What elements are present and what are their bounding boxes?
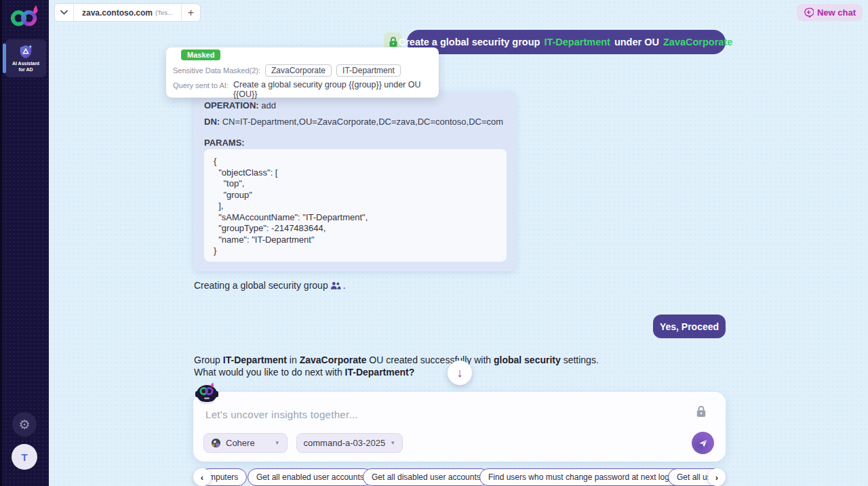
params-json: { "objectClass": [ "top", "group" ], "sA… [214, 156, 497, 257]
chevron-right-icon: › [715, 472, 718, 483]
params-line: PARAMS: [204, 138, 505, 148]
domain-tab-bar: zava.contoso.com (Tes... + [54, 3, 201, 22]
status-text-period: . [343, 280, 346, 291]
masked-data-row: Sensitive Data Masked(2): ZavaCorporate … [173, 64, 401, 77]
params-json-box: { "objectClass": [ "top", "group" ], "sA… [204, 149, 507, 262]
result-entity: IT-Department? [345, 367, 415, 378]
suggestion-label: Get all enabled user accounts [256, 472, 364, 482]
result-text: in [287, 355, 300, 365]
entity-ou-name: ZavaCorporate [663, 37, 732, 47]
lock-icon [389, 37, 398, 47]
masked-value-chip: IT-Department [336, 64, 401, 77]
model-selector-row: Cohere ▼ command-a-03-2025 ▼ [203, 433, 403, 453]
suggestion-chips-row: mputers Get all enabled user accounts Ge… [193, 468, 726, 486]
suggestion-chip[interactable]: Get all disabled user accounts [363, 468, 490, 486]
app-window: AI Assistant for AD ⚙ T zava.contoso.com… [0, 0, 868, 486]
plus-icon: + [188, 7, 194, 19]
chevron-down-icon: ▼ [275, 440, 280, 446]
suggestion-label: Get all disabled user accounts [372, 472, 481, 482]
chevron-left-icon: ‹ [201, 472, 203, 483]
operation-line: OPERATION: add [204, 100, 505, 110]
avatar-letter: T [21, 451, 27, 463]
send-icon [698, 438, 709, 449]
masked-badge: Masked [181, 49, 220, 60]
operation-label: OPERATION: [204, 100, 259, 110]
cohere-logo-icon [211, 438, 221, 448]
masked-value-chip: ZavaCorporate [265, 64, 332, 77]
sidebar-item-ai-assistant[interactable]: AI Assistant for AD [5, 39, 46, 77]
result-entity: ZavaCorporate [300, 355, 367, 365]
user-message-bubble: Create a global security group IT-Depart… [407, 30, 726, 54]
scroll-to-bottom-button[interactable]: ↓ [448, 361, 472, 385]
assistant-result-message: Group IT-Department in ZavaCorporate OU … [194, 355, 628, 378]
model-name: command-a-03-2025 [304, 438, 386, 448]
user-avatar[interactable]: T [12, 444, 37, 470]
params-label: PARAMS: [204, 138, 245, 148]
arrow-down-icon: ↓ [457, 366, 463, 380]
assistant-bot-avatar [195, 382, 219, 408]
proceed-button[interactable]: Yes, Proceed [653, 315, 726, 338]
result-text: OU created successfully with [366, 355, 494, 365]
domain-name: zava.contoso.com [82, 8, 153, 18]
sidebar-item-label: AI Assistant for AD [12, 60, 39, 73]
proceed-button-label: Yes, Proceed [660, 321, 719, 332]
result-entity: global security [494, 355, 561, 365]
group-people-icon [330, 281, 341, 290]
dn-label: DN: [204, 117, 220, 127]
sidebar: AI Assistant for AD ⚙ T [0, 0, 49, 486]
result-text: What would you like to do next with [194, 367, 345, 378]
domain-tab[interactable]: zava.contoso.com (Tes... [74, 4, 181, 21]
query-text: Create a global security group {{group}}… [233, 80, 423, 99]
add-domain-button[interactable]: + [181, 4, 200, 21]
chevron-down-icon [60, 10, 68, 15]
new-chat-label: New chat [817, 7, 856, 18]
suggestion-label: Find users who must change password at n… [488, 472, 678, 482]
operation-value: add [259, 100, 276, 110]
settings-button[interactable]: ⚙ [12, 412, 37, 437]
chips-scroll-left-button[interactable]: ‹ [193, 468, 211, 486]
gear-icon: ⚙ [18, 418, 30, 431]
dn-value: CN=IT-Department,OU=ZavaCorporate,DC=zav… [220, 117, 503, 127]
query-label: Query sent to AI: [173, 81, 229, 99]
send-button[interactable] [692, 432, 714, 454]
result-text: Group [194, 355, 223, 365]
chevron-down-icon: ▼ [390, 440, 395, 446]
provider-name: Cohere [226, 438, 255, 448]
user-message-text: under OU [614, 37, 659, 47]
shield-icon [18, 44, 33, 59]
result-text: settings. [561, 355, 599, 365]
chat-input[interactable] [205, 405, 667, 423]
masked-count-label: Sensitive Data Masked(2): [173, 66, 260, 75]
domain-suffix: (Tes... [155, 9, 173, 16]
status-text: Creating a global security group [194, 280, 328, 291]
suggestion-chip[interactable]: Find users who must change password at n… [479, 468, 687, 486]
masked-tooltip: Masked Sensitive Data Masked(2): ZavaCor… [166, 47, 439, 98]
operation-details-card: OPERATION: add DN: CN=IT-Department,OU=Z… [193, 91, 516, 271]
suggestion-chip[interactable]: Get all enabled user accounts [248, 468, 373, 486]
suggestion-label: mputers [209, 472, 238, 482]
entity-group-name: IT-Department [544, 37, 610, 47]
app-logo-icon [9, 3, 40, 28]
result-entity: IT-Department [223, 355, 287, 365]
query-sent-row: Query sent to AI: Create a global securi… [173, 80, 423, 99]
domain-dropdown-button[interactable] [55, 4, 74, 21]
chips-scroll-right-button[interactable]: › [708, 468, 726, 486]
assistant-status-line: Creating a global security group . [194, 280, 346, 291]
input-lock-icon[interactable] [696, 405, 707, 420]
left-edge-strip [0, 0, 2, 486]
active-indicator-bar [3, 43, 6, 73]
new-chat-icon [804, 7, 814, 18]
user-message-text: Create a global security group [399, 37, 540, 47]
new-chat-button[interactable]: New chat [797, 4, 863, 21]
provider-dropdown[interactable]: Cohere ▼ [203, 433, 288, 453]
model-dropdown[interactable]: command-a-03-2025 ▼ [296, 433, 403, 453]
chat-input-card: Cohere ▼ command-a-03-2025 ▼ [193, 392, 726, 462]
dn-line: DN: CN=IT-Department,OU=ZavaCorporate,DC… [204, 117, 505, 127]
